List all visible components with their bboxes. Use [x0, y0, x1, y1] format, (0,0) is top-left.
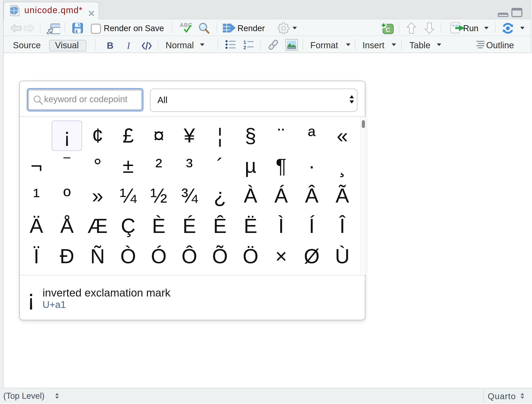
svg-text:C: C [385, 26, 390, 33]
svg-text:1: 1 [243, 39, 246, 45]
svg-text:2: 2 [243, 45, 246, 50]
